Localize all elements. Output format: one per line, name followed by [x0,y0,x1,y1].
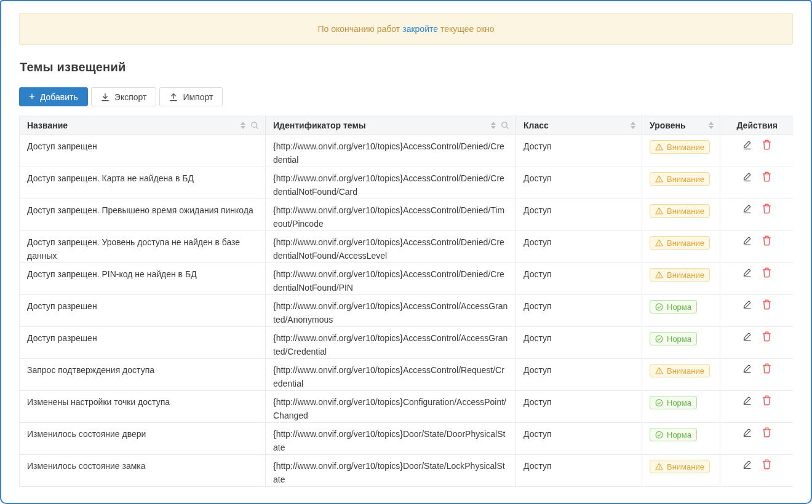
delete-button[interactable] [762,427,771,438]
topics-table: Название Идентификатор темы [19,116,793,487]
edit-pencil-icon [742,203,752,214]
download-icon [101,93,109,101]
delete-button[interactable] [762,171,771,182]
sort-icon[interactable] [631,122,635,129]
edit-button[interactable] [742,331,752,342]
topic-cell: {http://www.onvif.org/ver10/topics}Acces… [266,167,516,199]
column-header-name[interactable]: Название [20,116,266,135]
delete-button[interactable] [762,203,771,214]
class-cell: Доступ [516,135,642,167]
trash-icon [762,171,771,182]
alert-banner: По окончанию работ закройте текущее окно [19,13,793,45]
edit-button[interactable] [742,395,752,406]
check-circle-icon [655,335,663,343]
column-header-actions: Действия [720,116,793,135]
level-cell: Внимание [642,455,720,487]
level-badge: Внимание [650,460,710,473]
export-button-label: Экспорт [114,92,147,102]
delete-button[interactable] [762,140,771,150]
delete-button[interactable] [762,235,771,246]
trash-icon [762,140,771,150]
level-cell: Внимание [642,167,720,199]
add-button-label: Добавить [40,92,78,102]
actions-cell [720,455,793,487]
delete-button[interactable] [762,299,771,310]
edit-pencil-icon [742,331,752,342]
edit-button[interactable] [742,299,752,310]
trash-icon [762,363,771,374]
level-cell: Норма [642,423,720,455]
sort-icon[interactable] [709,122,714,129]
class-cell: Доступ [516,295,642,327]
delete-button[interactable] [762,395,771,406]
edit-button[interactable] [742,459,752,470]
column-header-topic[interactable]: Идентификатор темы [266,116,516,135]
class-cell: Доступ [516,455,642,487]
add-button[interactable]: + Добавить [19,87,88,106]
column-header-class[interactable]: Класс [516,116,642,135]
edit-pencil-icon [742,140,752,150]
name-cell: Доступ запрещен. Превышено время ожидани… [20,199,266,231]
delete-button[interactable] [762,267,771,278]
actions-cell [720,135,793,167]
level-badge-label: Внимание [667,238,704,248]
level-cell: Внимание [642,263,720,295]
topic-cell: {http://www.onvif.org/ver10/topics}Acces… [266,263,516,295]
export-button[interactable]: Экспорт [91,87,157,106]
upload-icon [169,93,178,101]
edit-button[interactable] [742,203,752,214]
edit-button[interactable] [742,235,752,246]
search-icon[interactable] [501,121,509,130]
name-cell: Доступ запрещен. PIN-код не найден в БД [20,263,266,295]
level-badge-label: Норма [667,302,691,312]
level-badge: Внимание [650,364,710,377]
delete-button[interactable] [762,363,771,374]
topic-cell: {http://www.onvif.org/ver10/topics}Door/… [266,423,516,455]
edit-pencil-icon [742,427,752,438]
edit-button[interactable] [742,267,752,278]
warning-triangle-icon [655,175,663,183]
edit-button[interactable] [742,171,752,182]
delete-button[interactable] [762,331,771,342]
warning-triangle-icon [655,207,663,215]
level-cell: Внимание [642,135,720,167]
sort-icon[interactable] [491,122,496,129]
import-button-label: Импорт [183,92,213,102]
page-title: Темы извещений [20,60,793,74]
check-circle-icon [655,431,663,439]
edit-pencil-icon [742,235,752,246]
trash-icon [762,331,771,342]
class-cell: Доступ [516,359,642,391]
delete-button[interactable] [762,459,771,470]
level-badge: Норма [650,300,697,313]
name-cell: Доступ запрещен. Уровень доступа не найд… [20,231,266,263]
topic-cell: {http://www.onvif.org/ver10/topics}Acces… [266,327,516,359]
sort-icon[interactable] [241,122,245,129]
name-cell: Запрос подтверждения доступа [20,359,266,391]
window-frame: По окончанию работ закройте текущее окно… [0,0,812,504]
topic-cell: {http://www.onvif.org/ver10/topics}Confi… [266,391,516,423]
trash-icon [762,299,771,310]
table-row: Запрос подтверждения доступа{http://www.… [20,359,793,391]
import-button[interactable]: Импорт [159,87,223,106]
topic-cell: {http://www.onvif.org/ver10/topics}Acces… [266,135,516,167]
search-icon[interactable] [250,121,259,130]
table-row: Изменены настройки точки доступа{http://… [20,391,793,423]
warning-triangle-icon [655,239,663,246]
actions-cell [720,295,793,327]
topic-cell: {http://www.onvif.org/ver10/topics}Door/… [266,455,516,487]
edit-button[interactable] [742,427,752,438]
topic-cell: {http://www.onvif.org/ver10/topics}Acces… [266,231,516,263]
warning-triangle-icon [655,271,663,278]
level-badge: Норма [650,332,697,345]
alert-close-link[interactable]: закройте [402,24,438,34]
edit-button[interactable] [742,363,752,374]
edit-button[interactable] [742,140,752,150]
name-cell: Доступ запрещен [20,135,266,167]
edit-pencil-icon [742,395,752,406]
table-row: Доступ запрещен{http://www.onvif.org/ver… [20,135,793,167]
level-cell: Норма [642,295,720,327]
column-header-level[interactable]: Уровень [642,116,720,135]
name-cell: Доступ разрешен [20,295,266,327]
edit-pencil-icon [742,459,752,470]
